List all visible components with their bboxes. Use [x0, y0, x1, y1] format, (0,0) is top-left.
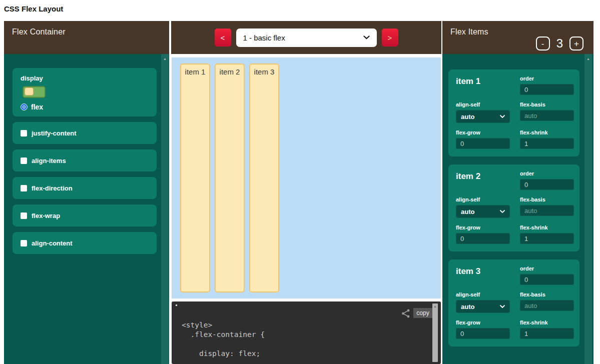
flex-grow-label: flex-grow: [456, 320, 510, 326]
flex-basis-label: flex-basis: [520, 292, 574, 298]
preview-flex-item: item 2: [215, 64, 245, 292]
code-line: <style>: [182, 320, 265, 330]
property-label: justify-content: [32, 130, 77, 137]
flex-shrink-label: flex-shrink: [520, 320, 574, 326]
property-card-justify-content[interactable]: justify-content: [13, 122, 157, 144]
checkbox-icon[interactable]: [21, 212, 27, 219]
item-card-title: item 3: [456, 266, 510, 285]
item-card-title: item 1: [456, 76, 510, 95]
preset-selected-value: 1 - basic flex: [243, 34, 285, 42]
prev-preset-button[interactable]: <: [215, 28, 231, 46]
flex-items-header: Flex Items - 3 +: [442, 21, 593, 54]
flex-shrink-input[interactable]: [520, 233, 574, 244]
flex-items-panel: Flex Items - 3 + item 1 order align-self…: [442, 21, 593, 364]
align-self-select[interactable]: auto: [456, 110, 510, 123]
align-self-select[interactable]: auto: [456, 205, 510, 218]
display-label: display: [21, 74, 149, 82]
next-preset-button[interactable]: >: [382, 28, 398, 46]
order-input[interactable]: [520, 274, 574, 285]
flex-shrink-input[interactable]: [520, 138, 574, 149]
page-title: CSS Flex Layout: [4, 4, 63, 13]
order-input[interactable]: [520, 179, 574, 190]
item-settings-card-1: item 1 order align-self auto flex-basis: [448, 70, 579, 156]
checkbox-icon[interactable]: [21, 185, 27, 192]
property-label: align-content: [32, 240, 73, 247]
property-card-flex-wrap[interactable]: flex-wrap: [13, 204, 157, 226]
item-count-stepper: - 3 +: [536, 36, 583, 50]
align-self-value: auto: [461, 208, 474, 216]
flex-container-title: Flex Container: [12, 28, 66, 36]
align-self-label: align-self: [456, 196, 510, 202]
checkbox-icon[interactable]: [21, 130, 27, 136]
flex-container-header: Flex Container: [4, 21, 169, 54]
chevron-down-icon: [363, 36, 370, 40]
checkbox-icon[interactable]: [21, 240, 27, 246]
item-settings-card-3: item 3 order align-self auto flex-basis: [448, 260, 579, 346]
flex-grow-input[interactable]: [456, 138, 510, 149]
order-label: order: [520, 266, 574, 272]
property-label: align-items: [32, 157, 66, 164]
order-label: order: [520, 76, 574, 82]
preset-toolbar: < 1 - basic flex >: [171, 21, 441, 54]
chevron-down-icon: [500, 210, 505, 213]
code-panel: copy <style> .flex-container { display: …: [172, 302, 441, 364]
align-self-value: auto: [461, 303, 474, 310]
scroll-up-icon[interactable]: ▲: [161, 57, 169, 60]
radio-label: flex: [31, 103, 43, 111]
remove-item-button[interactable]: -: [536, 36, 550, 50]
property-card-flex-direction[interactable]: flex-direction: [13, 177, 157, 199]
display-toggle[interactable]: [23, 86, 46, 98]
property-card-align-content[interactable]: align-content: [13, 232, 157, 254]
checkbox-icon[interactable]: [21, 158, 27, 164]
flex-grow-label: flex-grow: [456, 224, 510, 230]
flex-grow-label: flex-grow: [456, 130, 510, 136]
copy-button[interactable]: copy: [413, 308, 432, 318]
chevron-down-icon: [500, 115, 505, 118]
preview-panel: < 1 - basic flex > item 1 item 2 item 3 …: [171, 21, 441, 364]
resize-dot-icon: [176, 304, 177, 306]
display-flex-option[interactable]: flex: [21, 103, 149, 111]
flex-basis-label: flex-basis: [520, 196, 574, 202]
property-label: flex-wrap: [32, 212, 60, 220]
align-self-value: auto: [461, 113, 474, 120]
radio-checked-icon[interactable]: [21, 104, 28, 110]
code-scrollbar[interactable]: ▲: [432, 304, 438, 362]
code-line: display: flex;: [182, 349, 265, 358]
flex-shrink-input[interactable]: [520, 328, 574, 339]
flex-shrink-label: flex-shrink: [520, 224, 574, 230]
flex-basis-input[interactable]: [520, 205, 574, 216]
left-panel-scrollbar[interactable]: ▲: [161, 54, 169, 364]
order-input[interactable]: [520, 84, 574, 95]
add-item-button[interactable]: +: [569, 36, 583, 50]
flex-container-body: display flex justify-content align-items…: [4, 54, 169, 364]
preset-select[interactable]: 1 - basic flex: [236, 28, 377, 47]
scroll-up-icon[interactable]: ▲: [432, 304, 438, 308]
toggle-knob-icon: [25, 88, 34, 96]
preview-flex-item: item 1: [180, 64, 210, 292]
scroll-up-icon[interactable]: ▲: [584, 57, 592, 60]
share-icon[interactable]: [401, 308, 411, 318]
chevron-down-icon: [500, 305, 505, 308]
flex-items-body: item 1 order align-self auto flex-basis: [442, 54, 593, 364]
flex-basis-input[interactable]: [520, 300, 574, 311]
flex-preview-container: item 1 item 2 item 3: [172, 58, 441, 298]
item-count: 3: [556, 36, 563, 50]
align-self-label: align-self: [456, 102, 510, 108]
flex-container-panel: Flex Container display flex justify-cont…: [4, 21, 169, 364]
align-self-select[interactable]: auto: [456, 300, 510, 313]
flex-grow-input[interactable]: [456, 233, 510, 244]
flex-basis-input[interactable]: [520, 110, 574, 121]
right-panel-scrollbar[interactable]: ▲: [584, 54, 592, 364]
flex-shrink-label: flex-shrink: [520, 130, 574, 136]
item-settings-card-2: item 2 order align-self auto flex-basis: [448, 164, 579, 252]
property-label: flex-direction: [32, 184, 73, 192]
item-card-title: item 2: [456, 170, 510, 190]
flex-grow-input[interactable]: [456, 328, 510, 339]
align-self-label: align-self: [456, 292, 510, 298]
flex-basis-label: flex-basis: [520, 102, 574, 108]
flex-items-title: Flex Items: [450, 28, 488, 36]
preview-flex-item: item 3: [249, 64, 279, 292]
code-line: [182, 340, 265, 349]
property-card-align-items[interactable]: align-items: [13, 150, 157, 172]
code-line: .flex-container {: [182, 330, 265, 340]
